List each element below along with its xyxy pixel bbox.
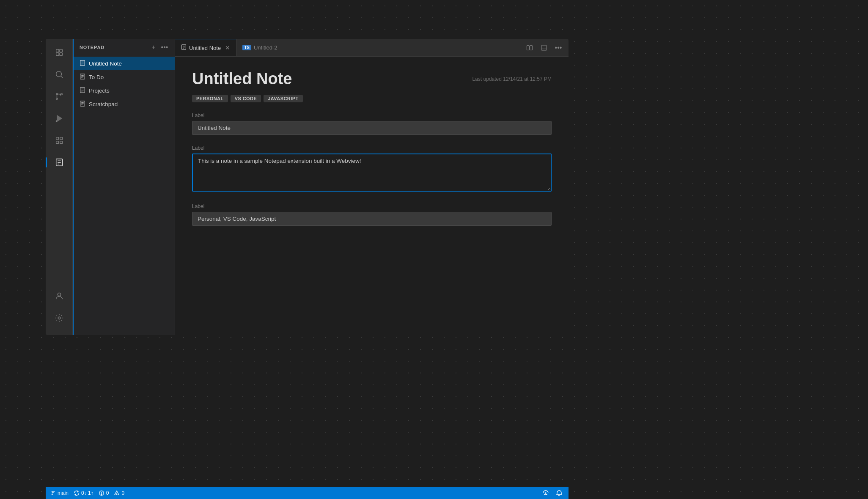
status-right — [541, 488, 564, 498]
sidebar-actions: + ••• — [149, 43, 169, 52]
note-tags: PERSONAL VS CODE JAVASCRIPT — [192, 95, 552, 102]
status-warnings[interactable]: 0 — [114, 490, 124, 496]
sidebar-item-scratchpad[interactable]: Scratchpad — [74, 97, 175, 111]
sidebar-add-button[interactable]: + — [149, 43, 158, 52]
sidebar-header: NOTEPAD + ••• — [74, 39, 175, 56]
toggle-panel-button[interactable] — [538, 42, 550, 54]
tab-label-2: Untitled-2 — [254, 44, 277, 51]
svg-point-43 — [53, 491, 55, 492]
svg-point-6 — [56, 93, 58, 95]
sidebar-more-button[interactable]: ••• — [160, 43, 169, 52]
activity-icon-notepad[interactable] — [49, 152, 69, 173]
tab-untitled-2[interactable]: TS Untitled-2 — [236, 39, 287, 56]
branch-name: main — [58, 490, 69, 496]
status-bar: main 0↓ 1↑ 0 0 — [46, 487, 569, 499]
activity-icon-settings[interactable] — [49, 308, 69, 328]
activity-icon-account[interactable] — [49, 286, 69, 306]
svg-point-41 — [52, 491, 53, 492]
svg-rect-0 — [56, 49, 58, 52]
tab-close-button[interactable]: ✕ — [225, 44, 230, 51]
error-count: 0 — [106, 490, 109, 496]
activity-icon-run[interactable] — [49, 108, 69, 129]
svg-point-7 — [60, 93, 62, 95]
note-label-input[interactable] — [192, 121, 552, 135]
note-content-textarea[interactable]: This is a note in a sample Notepad exten… — [192, 154, 552, 192]
notification-button[interactable] — [554, 488, 564, 498]
app-container: NOTEPAD + ••• Untitled Note — [46, 39, 569, 335]
field-content-group: Label This is a note in a sample Notepad… — [192, 145, 552, 193]
svg-point-49 — [545, 493, 546, 494]
main-content: Untitled Note ✕ TS Untitled-2 — [175, 39, 569, 335]
sidebar-items: Untitled Note To Do — [74, 56, 175, 112]
field-label-text: Label — [192, 112, 552, 118]
svg-point-15 — [58, 293, 60, 296]
tab-untitled-note[interactable]: Untitled Note ✕ — [175, 39, 236, 56]
sidebar-item-to-do[interactable]: To Do — [74, 70, 175, 84]
sidebar-item-label: Projects — [89, 88, 110, 94]
tab-content: Untitled Note Last updated 12/14/21 at 1… — [175, 57, 569, 335]
activity-bar-top — [49, 42, 69, 284]
tab-actions: ••• — [524, 42, 569, 54]
svg-point-4 — [56, 71, 61, 77]
active-sidebar-indicator — [73, 39, 74, 335]
activity-icon-extensions[interactable] — [49, 130, 69, 151]
sidebar-item-label: Scratchpad — [89, 101, 118, 107]
svg-point-42 — [52, 494, 53, 495]
status-branch[interactable]: main — [50, 490, 69, 496]
svg-point-48 — [117, 494, 117, 495]
more-actions-button[interactable]: ••• — [552, 42, 564, 54]
sidebar-item-untitled-note[interactable]: Untitled Note — [74, 57, 175, 70]
sidebar-item-label: Untitled Note — [89, 60, 122, 67]
sync-status: 0↓ 1↑ — [81, 490, 93, 496]
note-tags-input[interactable] — [192, 212, 552, 226]
svg-point-8 — [56, 98, 58, 100]
svg-point-16 — [58, 317, 60, 319]
tab-bar: Untitled Note ✕ TS Untitled-2 — [175, 39, 569, 57]
note-title: Untitled Note — [192, 70, 292, 88]
status-errors[interactable]: 0 — [99, 490, 109, 496]
sidebar-title: NOTEPAD — [80, 45, 104, 50]
ts-badge: TS — [242, 45, 251, 50]
svg-rect-39 — [541, 45, 547, 50]
note-icon-3 — [80, 87, 85, 94]
activity-icon-search[interactable] — [49, 64, 69, 85]
tag-personal[interactable]: PERSONAL — [192, 95, 228, 102]
activity-bar — [46, 39, 73, 335]
tab-label: Untitled Note — [189, 45, 221, 51]
field-label-group: Label — [192, 112, 552, 135]
field-tags-label: Label — [192, 203, 552, 209]
field-content-label: Label — [192, 145, 552, 151]
svg-rect-1 — [59, 49, 62, 52]
svg-marker-9 — [57, 115, 62, 122]
note-icon-2 — [80, 74, 85, 81]
note-icon-4 — [80, 101, 85, 108]
remote-button[interactable] — [541, 488, 551, 498]
svg-rect-3 — [59, 53, 62, 55]
sidebar-item-label: To Do — [89, 74, 104, 80]
sidebar-item-projects[interactable]: Projects — [74, 84, 175, 97]
activity-bar-bottom — [49, 286, 69, 332]
activity-icon-source-control[interactable] — [49, 86, 69, 107]
svg-line-5 — [61, 76, 63, 78]
activity-icon-explorer[interactable] — [49, 42, 69, 63]
svg-point-46 — [101, 494, 102, 494]
tag-javascript[interactable]: JAVASCRIPT — [264, 95, 302, 102]
note-icon — [80, 60, 85, 67]
svg-rect-2 — [56, 53, 58, 55]
field-tags-group: Label — [192, 203, 552, 226]
note-header: Untitled Note Last updated 12/14/21 at 1… — [192, 70, 552, 88]
split-editor-button[interactable] — [524, 42, 536, 54]
status-sync[interactable]: 0↓ 1↑ — [74, 490, 93, 496]
sidebar: NOTEPAD + ••• Untitled Note — [74, 39, 175, 335]
warning-count: 0 — [121, 490, 124, 496]
svg-rect-38 — [530, 45, 533, 50]
tag-vs-code[interactable]: VS CODE — [231, 95, 261, 102]
status-left: main 0↓ 1↑ 0 0 — [50, 490, 124, 496]
svg-point-10 — [55, 121, 57, 122]
svg-rect-37 — [527, 45, 529, 50]
tab-note-icon — [181, 44, 187, 51]
note-timestamp: Last updated 12/14/21 at 12:57 PM — [472, 76, 552, 82]
